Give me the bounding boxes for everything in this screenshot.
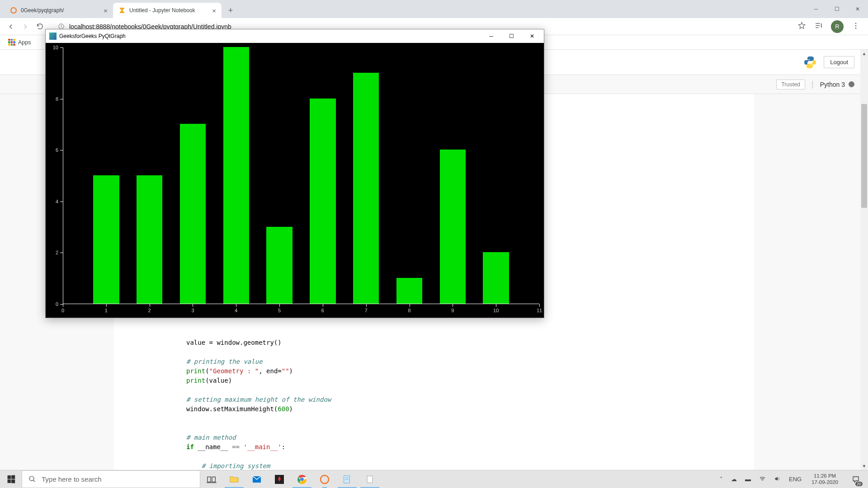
- jupyter-favicon-icon: [10, 7, 17, 14]
- kernel-indicator[interactable]: Python 3: [820, 81, 854, 88]
- browser-tab-strip: 0Geek/pyqtgraph/ × Untitled - Jupyter No…: [0, 0, 868, 18]
- bar: [180, 124, 206, 304]
- y-tick-label: 6: [56, 147, 58, 153]
- start-button[interactable]: [0, 470, 22, 488]
- x-axis: [63, 304, 539, 304]
- x-tick-label: 10: [493, 308, 499, 313]
- wifi-icon[interactable]: [757, 475, 768, 483]
- scrollbar-thumb[interactable]: [861, 104, 867, 208]
- y-tick-label: 4: [56, 199, 58, 204]
- system-tray: ˄ ☁ ▬ ENG 11:26 PM 17-09-2020 20: [718, 470, 868, 488]
- window-title: GeeksforGeeks PyQtGraph: [59, 33, 126, 39]
- x-tick-label: 2: [148, 308, 151, 313]
- python-logo-icon: [803, 55, 817, 70]
- close-window-icon[interactable]: ✕: [847, 0, 868, 18]
- apps-label[interactable]: Apps: [18, 39, 31, 46]
- x-tick-label: 8: [408, 308, 410, 313]
- close-tab-icon[interactable]: ×: [104, 7, 108, 14]
- minimize-window-icon[interactable]: ─: [806, 0, 826, 18]
- bar: [396, 278, 422, 304]
- app-icon-dark[interactable]: [268, 470, 291, 488]
- svg-point-14: [321, 475, 329, 483]
- file-explorer-icon[interactable]: [223, 470, 245, 488]
- mail-icon[interactable]: [245, 470, 268, 488]
- pyqtgraph-titlebar[interactable]: GeeksforGeeks PyQtGraph ─ ☐ ✕: [46, 29, 544, 43]
- browser-tab-1[interactable]: Untitled - Jupyter Notebook ×: [113, 3, 222, 18]
- kebab-menu-icon[interactable]: [852, 22, 860, 32]
- forward-button[interactable]: [18, 19, 33, 34]
- date-text: 17-09-2020: [811, 479, 838, 486]
- back-button[interactable]: [4, 19, 18, 34]
- language-indicator[interactable]: ENG: [787, 476, 803, 483]
- apps-grid-icon[interactable]: [8, 39, 15, 46]
- chrome-icon[interactable]: [291, 470, 313, 488]
- scroll-up-icon[interactable]: ▲: [860, 50, 868, 57]
- bar: [440, 150, 466, 304]
- bar: [93, 175, 119, 304]
- tray-chevron-icon[interactable]: ˄: [718, 476, 725, 483]
- svg-point-3: [855, 25, 857, 26]
- svg-point-5: [29, 476, 34, 481]
- x-tick-label: 1: [105, 308, 108, 313]
- svg-rect-8: [212, 477, 215, 482]
- new-tab-button[interactable]: +: [224, 4, 237, 17]
- taskbar-search[interactable]: Type here to search: [22, 470, 200, 488]
- y-axis: [63, 47, 63, 304]
- y-tick-label: 0: [56, 301, 58, 307]
- pyqtgraph-window[interactable]: GeeksforGeeks PyQtGraph ─ ☐ ✕ 0246810012…: [45, 29, 544, 318]
- kernel-name: Python 3: [820, 81, 845, 88]
- task-view-icon[interactable]: [200, 470, 223, 488]
- logout-button[interactable]: Logout: [824, 56, 854, 68]
- maximize-icon[interactable]: ☐: [501, 30, 522, 42]
- profile-avatar[interactable]: R: [831, 20, 844, 33]
- app-icon: [49, 33, 57, 40]
- x-tick-label: 9: [451, 308, 454, 313]
- windows-logo-icon: [7, 475, 15, 483]
- x-tick-label: 11: [537, 308, 542, 313]
- clock[interactable]: 11:26 PM 17-09-2020: [808, 473, 842, 486]
- action-center-icon[interactable]: 20: [846, 470, 865, 488]
- svg-point-0: [11, 8, 16, 13]
- x-tick-label: 5: [278, 308, 281, 313]
- reading-list-icon[interactable]: [814, 21, 823, 32]
- y-tick-label: 10: [53, 45, 58, 50]
- kernel-status-icon: [849, 81, 854, 87]
- search-icon: [28, 475, 36, 483]
- y-tick-label: 8: [56, 96, 58, 102]
- browser-tab-0[interactable]: 0Geek/pyqtgraph/ ×: [5, 3, 113, 18]
- maximize-window-icon[interactable]: ☐: [826, 0, 847, 18]
- battery-icon[interactable]: ▬: [743, 476, 753, 483]
- notification-badge: 20: [855, 482, 863, 486]
- close-icon[interactable]: ✕: [522, 30, 542, 42]
- tab-title: 0Geek/pyqtgraph/: [21, 7, 100, 14]
- bar: [483, 252, 509, 304]
- notepad-icon[interactable]: [336, 470, 359, 488]
- x-tick-label: 6: [321, 308, 324, 313]
- minimize-icon[interactable]: ─: [481, 30, 501, 42]
- blank-window-icon[interactable]: [359, 470, 381, 488]
- vertical-scrollbar[interactable]: ▲ ▼: [860, 50, 868, 470]
- onedrive-icon[interactable]: ☁: [729, 476, 739, 483]
- svg-line-6: [33, 480, 35, 482]
- x-tick-label: 4: [235, 308, 237, 313]
- close-tab-icon[interactable]: ×: [212, 7, 216, 14]
- x-tick-label: 3: [191, 308, 194, 313]
- trusted-badge[interactable]: Trusted: [776, 80, 805, 89]
- tab-title: Untitled - Jupyter Notebook: [129, 7, 208, 14]
- svg-point-2: [855, 23, 857, 24]
- bar: [353, 73, 379, 304]
- jupyter-icon[interactable]: [313, 470, 336, 488]
- volume-icon[interactable]: [772, 475, 783, 483]
- chart-canvas[interactable]: 024681001234567891011: [46, 43, 544, 318]
- separator: |: [811, 80, 814, 89]
- taskbar-icons: [200, 470, 381, 488]
- code-cell[interactable]: value = window.geometry() # printing the…: [114, 338, 754, 470]
- bar: [223, 47, 249, 304]
- svg-rect-18: [367, 476, 373, 483]
- star-icon[interactable]: [797, 21, 806, 32]
- time-text: 11:26 PM: [811, 473, 838, 479]
- bar: [310, 99, 335, 304]
- bar: [266, 227, 292, 304]
- y-tick-label: 2: [56, 250, 58, 255]
- scroll-down-icon[interactable]: ▼: [860, 462, 868, 470]
